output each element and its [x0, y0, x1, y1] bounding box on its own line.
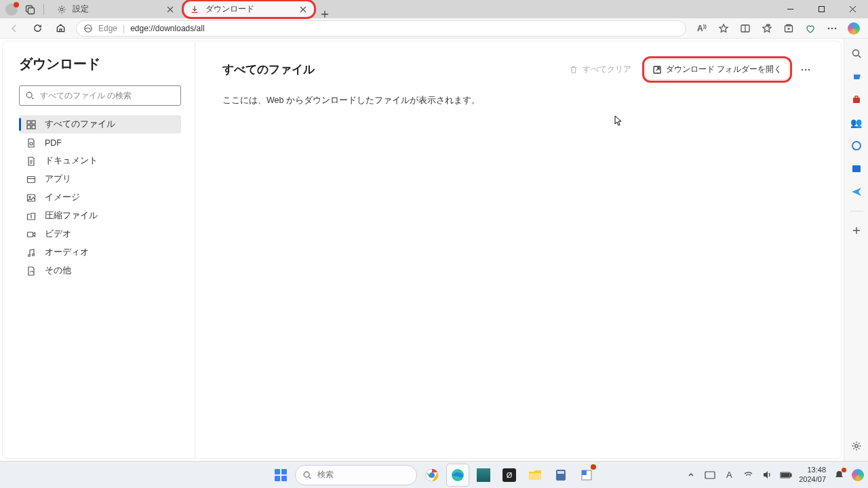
- grid-icon: [26, 119, 37, 130]
- nav-label: その他: [45, 265, 71, 277]
- zip-icon: [26, 211, 37, 222]
- nav-all-files[interactable]: すべてのファイル: [19, 115, 181, 134]
- send-icon[interactable]: [850, 185, 863, 199]
- nav-label: オーディオ: [45, 247, 89, 258]
- explorer-icon[interactable]: [524, 464, 546, 486]
- pdf-icon: [26, 138, 37, 148]
- open-external-icon: [652, 65, 662, 75]
- collections-button[interactable]: [778, 18, 799, 39]
- more-menu-button[interactable]: [797, 62, 814, 78]
- svg-rect-37: [557, 471, 564, 474]
- search-input[interactable]: [19, 85, 181, 106]
- home-button[interactable]: [50, 18, 71, 39]
- keyboard-icon[interactable]: [704, 469, 716, 481]
- nav-other[interactable]: その他: [19, 262, 181, 280]
- office-icon[interactable]: [850, 139, 863, 152]
- outlook-icon[interactable]: [850, 162, 863, 176]
- nav-apps[interactable]: アプリ: [19, 170, 181, 188]
- maximize-button[interactable]: [806, 0, 837, 18]
- tab-downloads[interactable]: ダウンロード: [182, 0, 315, 18]
- workspaces-icon[interactable]: [24, 3, 37, 16]
- trash-icon: [569, 65, 578, 75]
- close-icon[interactable]: [298, 4, 309, 15]
- downloads-sidebar: ダウンロード すべてのファイル PDF ドキュメント: [3, 41, 195, 458]
- toolbar: Edge | edge://downloads/all A)): [0, 18, 868, 39]
- svg-rect-21: [28, 176, 35, 182]
- close-icon[interactable]: [165, 4, 176, 15]
- extensions-button[interactable]: [800, 18, 821, 39]
- nav-pdf[interactable]: PDF: [19, 134, 181, 152]
- gear-icon[interactable]: [850, 439, 863, 453]
- tab-settings[interactable]: 設定: [50, 0, 182, 18]
- taskbar: 検索 Ø A 13:48 2024/07: [0, 461, 868, 488]
- other-icon: [26, 266, 37, 277]
- favorites-button[interactable]: [757, 18, 777, 39]
- svg-rect-24: [28, 232, 33, 237]
- favorite-button[interactable]: [713, 18, 734, 39]
- notifications-icon[interactable]: [833, 469, 845, 481]
- svg-point-14: [854, 445, 857, 447]
- address-bar[interactable]: Edge | edge://downloads/all: [76, 20, 686, 37]
- profile-avatar[interactable]: [5, 3, 18, 16]
- svg-point-20: [30, 142, 33, 145]
- clock[interactable]: 13:48 2024/07: [799, 466, 826, 483]
- battery-icon[interactable]: [780, 469, 792, 481]
- nav-label: 圧縮ファイル: [45, 210, 98, 222]
- audio-icon: [26, 247, 37, 258]
- search-field[interactable]: [40, 91, 175, 100]
- read-aloud-button[interactable]: A)): [692, 18, 712, 39]
- start-button[interactable]: [271, 465, 291, 485]
- refresh-button[interactable]: [27, 18, 47, 39]
- minimize-button[interactable]: [774, 0, 806, 18]
- close-button[interactable]: [837, 0, 868, 18]
- chrome-icon[interactable]: [421, 464, 443, 486]
- ime-icon[interactable]: A: [723, 469, 735, 481]
- nav-label: アプリ: [45, 174, 71, 185]
- nav-video[interactable]: ビデオ: [19, 225, 181, 243]
- taskbar-search[interactable]: 検索: [295, 465, 417, 485]
- nav-documents[interactable]: ドキュメント: [19, 152, 181, 170]
- page-title: ダウンロード: [19, 55, 181, 73]
- svg-rect-1: [28, 7, 35, 14]
- wifi-icon[interactable]: [742, 469, 754, 481]
- add-icon[interactable]: [850, 224, 863, 237]
- svg-point-29: [805, 68, 806, 70]
- nav-label: ドキュメント: [45, 155, 98, 167]
- copilot-button[interactable]: [844, 18, 864, 39]
- calculator-icon[interactable]: [550, 464, 572, 486]
- tray-chevron-icon[interactable]: [685, 469, 697, 481]
- search-icon[interactable]: [850, 47, 863, 60]
- app1-icon[interactable]: [473, 464, 494, 486]
- volume-icon[interactable]: [761, 469, 773, 481]
- shopping-icon[interactable]: [850, 70, 863, 83]
- address-brand: Edge: [98, 24, 117, 33]
- nav-label: ビデオ: [45, 228, 71, 240]
- copilot-pre-icon[interactable]: [852, 469, 864, 481]
- address-url: edge://downloads/all: [130, 24, 204, 33]
- nav-label: PDF: [45, 138, 62, 148]
- open-folder-button[interactable]: ダウンロード フォルダーを開く: [645, 59, 789, 80]
- back-button[interactable]: [4, 18, 24, 39]
- svg-rect-40: [705, 472, 715, 479]
- app3-icon[interactable]: [576, 464, 597, 486]
- split-screen-button[interactable]: [735, 18, 755, 39]
- tools-icon[interactable]: [850, 93, 863, 106]
- app2-icon[interactable]: Ø: [498, 464, 520, 486]
- svg-rect-3: [818, 7, 824, 12]
- svg-point-2: [60, 8, 63, 11]
- nav-images[interactable]: イメージ: [19, 188, 181, 207]
- clear-all-button[interactable]: すべてクリア: [564, 61, 637, 78]
- edge-sidebar: 👥: [844, 39, 868, 461]
- edge-icon[interactable]: [447, 464, 469, 486]
- nav-label: イメージ: [45, 192, 80, 203]
- svg-rect-42: [791, 474, 792, 476]
- more-button[interactable]: [822, 18, 842, 39]
- nav-audio[interactable]: オーディオ: [19, 243, 181, 262]
- nav-compressed[interactable]: 圧縮ファイル: [19, 207, 181, 225]
- svg-rect-11: [853, 98, 860, 103]
- empty-message: ここには、Web からダウンロードしたファイルが表示されます。: [222, 95, 814, 106]
- people-icon[interactable]: 👥: [850, 116, 863, 129]
- svg-rect-35: [529, 473, 541, 480]
- new-tab-button[interactable]: [315, 10, 334, 18]
- content: ダウンロード すべてのファイル PDF ドキュメント: [0, 39, 844, 461]
